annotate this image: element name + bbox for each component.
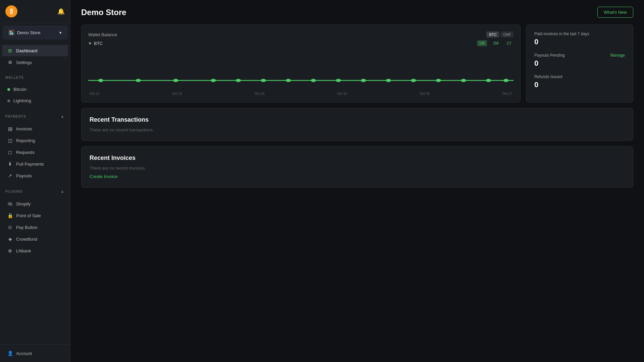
manage-link[interactable]: Manage: [610, 53, 625, 58]
time-tab-1m[interactable]: 1M: [491, 40, 501, 46]
account-icon: 👤: [7, 351, 13, 356]
sidebar-item-settings[interactable]: ⚙ Settings: [2, 57, 68, 68]
plugins-nav: 🛍 Shopify 🔒 Point of Sale ⊙ Pay Button ◈…: [0, 195, 70, 259]
sidebar-item-reporting[interactable]: ◫ Reporting: [2, 135, 68, 146]
wallet-balance-card: Wallet Balance BTC CHF ★ BTC 1W 1M 1Y: [81, 24, 521, 103]
svg-point-16: [503, 79, 508, 82]
sidebar-item-label: LNbank: [16, 248, 31, 253]
svg-point-7: [286, 79, 291, 82]
svg-point-1: [98, 79, 103, 82]
wallets-section-header: WALLETS: [0, 71, 70, 81]
wallet-chart: [88, 50, 514, 90]
top-bar: Demo Store What's New: [70, 0, 644, 24]
sidebar-item-label: Shopify: [16, 201, 31, 206]
refunds-issued-stat: Refunds Issued 0: [534, 74, 625, 89]
plugins-section-header: PLUGINS ▲: [0, 184, 70, 195]
bitcoin-status-dot: [7, 88, 10, 91]
store-selector[interactable]: 🏪 Demo Store ▾: [3, 26, 67, 39]
sidebar-item-label: Crowdfund: [16, 237, 37, 242]
payouts-pending-stat: Payouts Pending Manage 0: [534, 53, 625, 68]
pay-button-icon: ⊙: [7, 225, 13, 230]
recent-invoices-empty: There are no recent invoices.: [90, 166, 625, 171]
invoices-icon: ▤: [7, 126, 13, 131]
sidebar-header: ₿ 🔔: [0, 0, 70, 23]
sidebar-item-account[interactable]: 👤 Account: [2, 348, 68, 359]
svg-point-8: [311, 79, 316, 82]
crowdfund-icon: ◈: [7, 236, 13, 242]
svg-point-6: [261, 79, 266, 82]
requests-icon: ◻: [7, 149, 13, 155]
svg-point-4: [211, 79, 216, 82]
pull-payments-icon: ⬇: [7, 161, 13, 167]
svg-point-5: [236, 79, 241, 82]
lightning-status-dot: [7, 100, 10, 102]
date-label: Oct 13: [172, 92, 182, 96]
sidebar-item-label: Reporting: [16, 138, 35, 143]
plugins-toggle-icon[interactable]: ▲: [60, 189, 65, 194]
svg-point-2: [136, 79, 141, 82]
recent-transactions-title: Recent Transactions: [90, 116, 625, 123]
sidebar-item-lnbank[interactable]: ⊕ LNbank: [2, 245, 68, 256]
btc-logo-icon: ₿: [5, 5, 17, 17]
wallets-nav: Bitcoin Lightning: [0, 81, 70, 109]
sidebar-item-label: Point of Sale: [16, 213, 41, 218]
payouts-icon: ↗: [7, 173, 13, 178]
sidebar-item-label: Settings: [16, 60, 32, 65]
svg-point-11: [386, 79, 391, 82]
sidebar-item-requests[interactable]: ◻ Requests: [2, 146, 68, 158]
sidebar-item-point-of-sale[interactable]: 🔒 Point of Sale: [2, 210, 68, 221]
point-of-sale-icon: 🔒: [7, 213, 13, 218]
sidebar-item-invoices[interactable]: ▤ Invoices: [2, 123, 68, 134]
refunds-issued-label: Refunds Issued: [534, 74, 625, 79]
reporting-icon: ◫: [7, 138, 13, 143]
sidebar-item-lightning[interactable]: Lightning: [2, 95, 68, 106]
btc-label: ★ BTC: [88, 41, 103, 46]
sidebar-item-dashboard[interactable]: ⊞ Dashboard: [2, 45, 68, 56]
sidebar-item-label: Invoices: [16, 126, 32, 131]
date-label: Oct 16: [420, 92, 429, 96]
wallet-balance-label: Wallet Balance: [88, 32, 117, 37]
shopify-icon: 🛍: [7, 201, 13, 206]
sidebar-item-pay-button[interactable]: ⊙ Pay Button: [2, 222, 68, 233]
wallet-card-header: Wallet Balance BTC CHF: [88, 32, 514, 38]
time-tab-1w[interactable]: 1W: [477, 40, 487, 46]
dashboard-icon: ⊞: [7, 48, 13, 53]
date-label: Oct 14: [255, 92, 264, 96]
svg-point-12: [411, 79, 416, 82]
settings-icon: ⚙: [7, 60, 13, 65]
paid-invoices-stat: Paid invoices in the last 7 days 0: [534, 32, 625, 46]
svg-point-10: [361, 79, 366, 82]
sidebar-item-crowdfund[interactable]: ◈ Crowdfund: [2, 233, 68, 245]
payouts-pending-value: 0: [534, 59, 625, 68]
currency-tab-btc[interactable]: BTC: [486, 32, 499, 38]
sidebar-item-pull-payments[interactable]: ⬇ Pull Payments: [2, 158, 68, 170]
currency-tabs: BTC CHF: [486, 32, 514, 38]
notification-bell-icon[interactable]: 🔔: [57, 8, 65, 15]
sidebar-item-shopify[interactable]: 🛍 Shopify: [2, 198, 68, 209]
recent-invoices-card: Recent Invoices There are no recent invo…: [81, 146, 633, 188]
stats-card: Paid invoices in the last 7 days 0 Payou…: [526, 24, 633, 103]
create-invoice-link[interactable]: Create Invoice: [90, 174, 118, 179]
sidebar-item-bitcoin[interactable]: Bitcoin: [2, 84, 68, 95]
payments-toggle-icon[interactable]: ▲: [60, 114, 65, 119]
btc-text: BTC: [94, 41, 103, 46]
payouts-pending-label: Payouts Pending: [534, 53, 565, 58]
sidebar-item-label: Requests: [16, 150, 35, 155]
lnbank-icon: ⊕: [7, 248, 13, 253]
whats-new-button[interactable]: What's New: [597, 7, 633, 18]
store-icon: 🏪: [8, 29, 14, 36]
date-label: Oct 11: [90, 92, 99, 96]
top-row: Wallet Balance BTC CHF ★ BTC 1W 1M 1Y: [81, 24, 633, 103]
sidebar-item-label: Pay Button: [16, 225, 38, 230]
chart-svg: [88, 50, 514, 90]
sidebar-item-label: Dashboard: [16, 48, 38, 53]
star-icon: ★: [88, 41, 92, 46]
sidebar-item-label: Lightning: [13, 98, 31, 103]
sidebar-item-payouts[interactable]: ↗ Payouts: [2, 170, 68, 181]
time-tab-1y[interactable]: 1Y: [504, 40, 514, 46]
currency-tab-chf[interactable]: CHF: [500, 32, 514, 38]
sidebar-item-label: Account: [16, 351, 32, 356]
svg-point-15: [486, 79, 491, 82]
chart-dates: Oct 11 Oct 13 Oct 14 Oct 15 Oct 16 Oct 1…: [88, 92, 514, 96]
sidebar-item-label: Pull Payments: [16, 162, 44, 167]
